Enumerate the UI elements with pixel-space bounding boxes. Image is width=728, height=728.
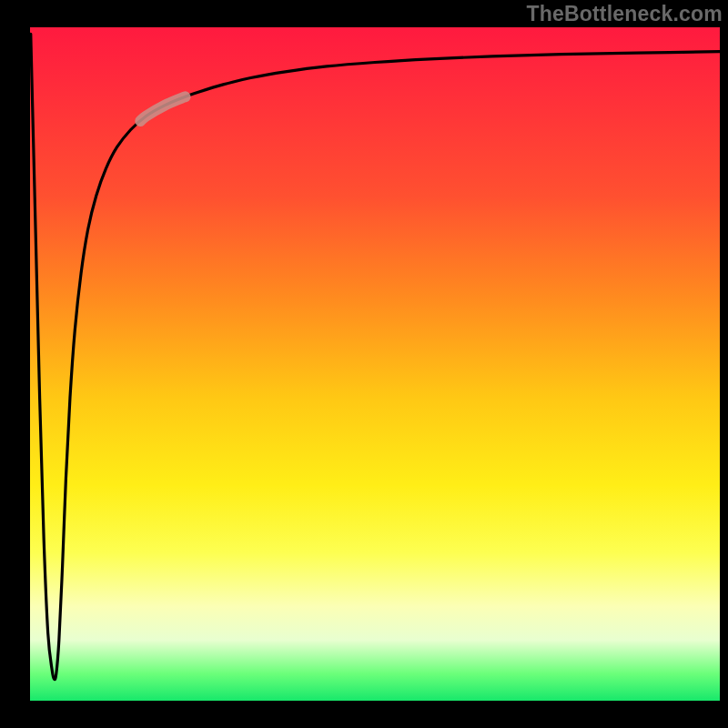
curve-layer [30, 27, 720, 701]
watermark-text: TheBottleneck.com [526, 2, 723, 26]
chart-stage: TheBottleneck.com [0, 0, 728, 728]
plot-area [30, 27, 720, 701]
highlight-segment [140, 96, 185, 121]
bottleneck-curve [31, 34, 720, 679]
